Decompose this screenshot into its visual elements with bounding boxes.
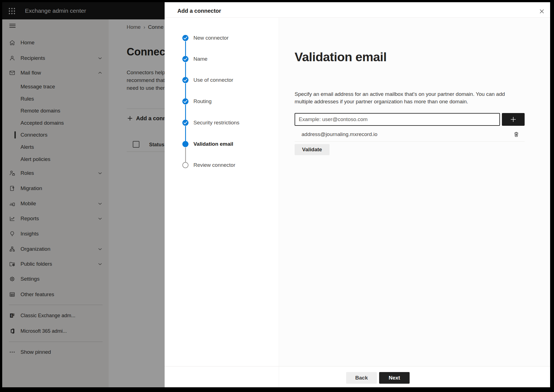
validate-button[interactable]: Validate: [295, 144, 330, 155]
email-address-row: address@journaling.mxrecord.io: [295, 130, 525, 140]
step-completed-icon: [182, 98, 188, 104]
panel-title: Add a connector: [177, 8, 221, 14]
step-routing[interactable]: Routing: [165, 95, 279, 107]
step-new-connector[interactable]: New connector: [165, 32, 279, 44]
wizard-steps: New connector Name Use of connector Rout…: [165, 18, 279, 387]
panel-footer-divider: [165, 366, 550, 367]
plus-icon: [509, 116, 517, 123]
step-completed-icon: [182, 56, 188, 62]
step-name[interactable]: Name: [165, 53, 279, 65]
address-list-divider: [295, 141, 525, 142]
step-completed-icon: [182, 35, 188, 41]
step-review-connector[interactable]: Review connector: [165, 159, 279, 171]
email-address-input[interactable]: [295, 113, 500, 126]
step-use-of-connector[interactable]: Use of connector: [165, 74, 279, 86]
step-validation-email[interactable]: Validation email: [165, 138, 279, 150]
step-upcoming-icon: [182, 162, 188, 168]
validation-email-step-content: Validation email Specify an email addres…: [279, 18, 550, 366]
screenshot-frame: Exchange admin center Home Recipients Ma…: [0, 0, 554, 392]
close-icon[interactable]: [538, 7, 546, 15]
step-security-restrictions[interactable]: Security restrictions: [165, 117, 279, 129]
step-heading: Validation email: [295, 50, 387, 64]
step-description: Specify an email address for an active m…: [295, 90, 522, 105]
delete-address-icon[interactable]: [512, 130, 520, 138]
app-window: Exchange admin center Home Recipients Ma…: [2, 2, 550, 387]
email-address-value: address@journaling.mxrecord.io: [302, 131, 377, 137]
add-connector-panel: Add a connector New connector Name Use: [165, 2, 550, 387]
add-email-button[interactable]: [502, 113, 525, 126]
back-button[interactable]: Back: [346, 372, 377, 384]
step-completed-icon: [182, 120, 188, 126]
modal-dim-overlay: [2, 2, 165, 387]
step-current-icon: [182, 141, 188, 147]
next-button[interactable]: Next: [379, 372, 410, 384]
step-completed-icon: [182, 77, 188, 83]
